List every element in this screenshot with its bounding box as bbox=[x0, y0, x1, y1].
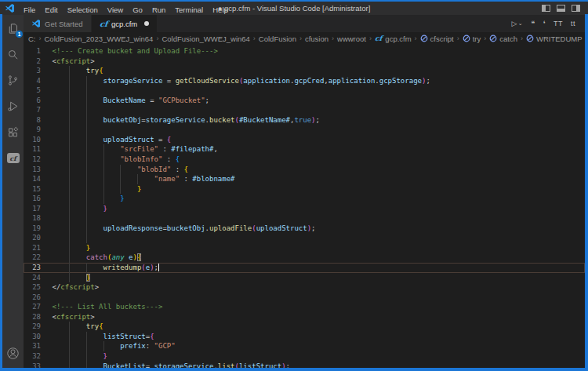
breadcrumb-separator: › bbox=[36, 35, 45, 42]
editor-actions: ▷⌄❝❛TTtt bbox=[511, 15, 585, 32]
breadcrumb-label: catch bbox=[499, 35, 517, 43]
code-line[interactable]: 25</cfscript> bbox=[24, 282, 585, 293]
menu-go[interactable]: Go bbox=[128, 5, 147, 14]
code-token: } bbox=[86, 244, 90, 252]
account-icon[interactable] bbox=[6, 347, 20, 360]
menu-file[interactable]: File bbox=[19, 5, 40, 14]
code-line[interactable]: 5 bbox=[24, 85, 585, 96]
breadcrumb-item-catch[interactable]: catch bbox=[489, 35, 517, 43]
menu-run[interactable]: Run bbox=[147, 5, 170, 14]
coldfusion-extension-icon[interactable]: cf bbox=[6, 151, 20, 165]
code-line[interactable]: 7 bbox=[24, 105, 585, 115]
code-line[interactable]: 26 bbox=[24, 293, 585, 303]
code-line[interactable]: 32 } bbox=[24, 351, 585, 362]
code-line[interactable]: 17 } bbox=[24, 204, 585, 214]
breadcrumb-separator: › bbox=[412, 35, 420, 42]
lowercase-icon[interactable]: tt bbox=[571, 20, 575, 27]
code-line[interactable]: 19 uploadResponse=bucketObj.uploadFile(u… bbox=[24, 224, 585, 234]
code-line[interactable]: 15 } bbox=[24, 184, 585, 195]
tab-get-started[interactable]: Get Started bbox=[24, 15, 91, 32]
code-editor[interactable]: 1<!--- Create bucket and Upload File--->… bbox=[24, 45, 585, 368]
code-line[interactable]: 30 listStruct={ bbox=[24, 332, 585, 342]
tab-modified-dot[interactable] bbox=[144, 21, 149, 26]
code-line[interactable]: 23 writedump(e); bbox=[24, 263, 585, 273]
code-line[interactable]: 11 "srcFile" : #filepath#, bbox=[24, 144, 585, 155]
search-icon[interactable] bbox=[6, 48, 20, 61]
code-line[interactable]: 10 uploadStruct = { bbox=[24, 135, 585, 145]
run-cfml-icon[interactable]: ▷⌄ bbox=[511, 20, 523, 27]
code-token: { bbox=[99, 67, 103, 75]
window-border-left bbox=[0, 14, 2, 371]
code-text: try{ bbox=[53, 66, 103, 76]
code-line[interactable]: 24 } bbox=[24, 273, 585, 283]
double-quotes-icon[interactable]: ❝ bbox=[531, 20, 535, 27]
breadcrumb-item-writedump[interactable]: WRITEDUMP bbox=[526, 35, 583, 43]
explorer-icon[interactable]: 1 bbox=[6, 22, 20, 35]
code-token: "name" bbox=[154, 175, 180, 183]
run-and-debug-icon[interactable] bbox=[6, 100, 20, 113]
tab-gcp-cfm[interactable]: cf gcp.cfm bbox=[92, 15, 158, 32]
code-line[interactable]: 12 "blobInfo" : { bbox=[24, 155, 585, 165]
code-line[interactable]: 9 bbox=[24, 125, 585, 135]
code-line[interactable]: 28<cfscript> bbox=[24, 312, 585, 322]
breadcrumb-label: ColdFusion_WWEJ_win64 bbox=[162, 35, 249, 43]
breadcrumb-item-coldfusion[interactable]: ColdFusion bbox=[259, 35, 296, 43]
tab-label: gcp.cfm bbox=[111, 20, 137, 28]
code-line[interactable]: 33 BucketList= storageService.list(listS… bbox=[24, 362, 585, 369]
line-number: 26 bbox=[24, 293, 41, 303]
line-number: 7 bbox=[24, 105, 41, 115]
code-text: <!--- List All buckets---> bbox=[53, 302, 163, 312]
code-line[interactable]: 4 storageService = getCloudService(appli… bbox=[24, 76, 585, 86]
code-token: writedump bbox=[103, 264, 142, 271]
menu-edit[interactable]: Edit bbox=[40, 5, 62, 14]
code-line[interactable]: 21 } bbox=[24, 243, 585, 253]
code-line[interactable]: 18 bbox=[24, 213, 585, 224]
code-token: > bbox=[95, 283, 99, 291]
code-line[interactable]: 14 "name" : #blobname# bbox=[24, 174, 585, 184]
extensions-icon[interactable] bbox=[6, 125, 20, 139]
breadcrumb-item-cfusion[interactable]: cfusion bbox=[305, 35, 328, 43]
breadcrumb-item-wwwroot[interactable]: wwwroot bbox=[337, 35, 366, 43]
vscode-tab-icon bbox=[31, 19, 41, 28]
code-line[interactable]: 13 "blobId" : { bbox=[24, 165, 585, 175]
code-token: cfscript bbox=[56, 57, 90, 65]
code-line[interactable]: 22 catch(any e){ bbox=[24, 253, 585, 263]
layout-controls bbox=[542, 5, 588, 12]
tab-label: Get Started bbox=[45, 20, 83, 28]
breadcrumb-item-gcp-cfm[interactable]: cfgcp.cfm bbox=[375, 35, 412, 43]
code-line[interactable]: 6 BucketName = "GCPbucket"; bbox=[24, 96, 585, 106]
menu-view[interactable]: View bbox=[103, 5, 128, 14]
breadcrumb-item-try[interactable]: try bbox=[463, 35, 481, 43]
code-line[interactable]: 29 try{ bbox=[24, 322, 585, 332]
source-control-icon[interactable] bbox=[6, 74, 20, 87]
code-line[interactable]: 20 bbox=[24, 233, 585, 243]
code-text: } bbox=[53, 273, 91, 283]
toggle-primary-sidebar-icon[interactable] bbox=[542, 5, 550, 12]
code-line[interactable]: 3 try{ bbox=[24, 66, 585, 76]
menu-terminal[interactable]: Terminal bbox=[170, 5, 208, 14]
code-line[interactable]: 31 prefix: "GCP" bbox=[24, 341, 585, 351]
code-line[interactable]: 27<!--- List All buckets---> bbox=[24, 302, 585, 312]
code-line[interactable]: 1<!--- Create bucket and Upload File---> bbox=[24, 46, 585, 56]
code-token: ; bbox=[286, 362, 290, 369]
code-token: { bbox=[176, 155, 180, 163]
breadcrumb: C:›ColdFusion_2023_WWEJ_win64›ColdFusion… bbox=[24, 32, 585, 45]
line-number: 17 bbox=[24, 204, 41, 214]
breadcrumb-item-coldfusion-wwej-win64[interactable]: ColdFusion_WWEJ_win64 bbox=[162, 35, 249, 43]
breadcrumb-item-cfscript[interactable]: cfscript bbox=[420, 35, 454, 43]
menu-selection[interactable]: Selection bbox=[63, 5, 103, 14]
breadcrumb-item-c-[interactable]: C: bbox=[28, 35, 36, 43]
breadcrumb-item-coldfusion-2023-wwej-win64[interactable]: ColdFusion_2023_WWEJ_win64 bbox=[45, 35, 154, 43]
uppercase-icon[interactable]: TT bbox=[554, 20, 563, 27]
toggle-secondary-sidebar-icon[interactable] bbox=[572, 5, 580, 12]
code-text: listStruct={ bbox=[53, 332, 154, 342]
code-line[interactable]: 8 bucketObj=storageService.bucket(#Bucke… bbox=[24, 115, 585, 125]
code-line[interactable]: 16 } bbox=[24, 194, 585, 204]
code-line[interactable]: 2<cfscript> bbox=[24, 56, 585, 67]
code-token: : bbox=[162, 155, 175, 163]
code-text: bucketObj=storageService.bucket(#BucketN… bbox=[53, 115, 320, 125]
code-token: true bbox=[294, 116, 311, 124]
indent-guide bbox=[69, 233, 70, 243]
single-quote-icon[interactable]: ❛ bbox=[543, 20, 546, 27]
toggle-panel-icon[interactable] bbox=[557, 5, 565, 12]
